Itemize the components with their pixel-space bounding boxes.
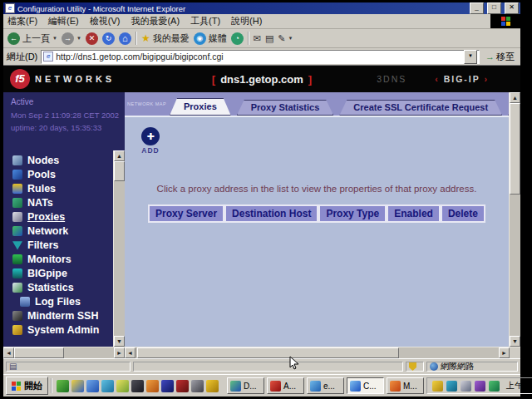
window-button-label: A... — [283, 382, 296, 391]
taskbar-window-button[interactable]: e... — [307, 377, 344, 394]
back-dropdown-icon[interactable]: ▼ — [52, 36, 57, 41]
scroll-thumb[interactable] — [510, 103, 520, 195]
quick-launch-icon[interactable] — [176, 380, 189, 392]
scroll-down-button[interactable]: ▼ — [114, 336, 125, 347]
quick-launch-icon[interactable] — [71, 380, 84, 392]
forward-button[interactable]: → ▼ — [62, 32, 81, 45]
ie-page-icon: e — [5, 3, 15, 13]
sidebar-item-nodes[interactable]: Nodes — [12, 153, 113, 167]
scroll-right-button[interactable]: ► — [114, 347, 125, 358]
sidebar-item-pools[interactable]: Pools — [12, 167, 113, 181]
volume-icon[interactable] — [432, 381, 443, 392]
scroll-down-button[interactable]: ▼ — [510, 336, 520, 347]
sidebar-item-label: Pools — [27, 169, 56, 180]
sidebar-item-nats[interactable]: NATs — [12, 195, 113, 209]
quick-launch-icon[interactable] — [191, 380, 204, 392]
tray-app-icon[interactable] — [489, 381, 500, 392]
sidebar-item-monitors[interactable]: Monitors — [12, 252, 113, 266]
product-bigip-link[interactable]: ‹ BIG-IP › — [435, 74, 489, 84]
scroll-track[interactable] — [114, 161, 125, 336]
maximize-button[interactable]: □ — [487, 2, 501, 14]
sidebar-horizontal-scrollbar[interactable]: ◄ ► — [3, 347, 125, 358]
messenger-icon[interactable] — [446, 381, 457, 392]
network-map-caption: NETWORK MAP — [127, 101, 166, 106]
tab-create-ssl-certificate-request[interactable]: Create SSL Certificate Request — [339, 100, 502, 116]
minimize-button[interactable]: _ — [470, 2, 484, 14]
tray-app-icon[interactable] — [475, 381, 485, 392]
display-icon[interactable] — [461, 381, 471, 392]
sidebar-item-rules[interactable]: Rules — [12, 181, 113, 195]
sidebar-item-network[interactable]: Network — [12, 224, 113, 238]
sidebar-item-mindterm-ssh[interactable]: Mindterm SSH — [12, 308, 113, 323]
content-vertical-scrollbar[interactable]: ▲ ▼ — [509, 92, 520, 347]
quick-launch-icon[interactable] — [161, 380, 174, 392]
back-button[interactable]: ← 上一頁 ▼ — [7, 32, 57, 45]
address-bar: 網址(D) e http://dns1.getop.com/bigipgui/b… — [3, 48, 520, 66]
add-button-label: ADD — [141, 146, 160, 155]
refresh-button[interactable]: ↻ — [102, 32, 115, 45]
address-dropdown-button[interactable]: ▼ — [464, 50, 477, 64]
mail-button[interactable]: ✉ — [254, 33, 261, 44]
sidebar-item-label: Filters — [27, 239, 59, 251]
taskbar-window-button[interactable]: D... — [227, 377, 264, 394]
content-horizontal-scrollbar[interactable]: ◄ ► — [125, 347, 520, 358]
menu-file[interactable]: 檔案(F) — [7, 15, 37, 27]
history-button[interactable]: ◔ — [231, 32, 244, 45]
proxies-page: ✚ ADD Click a proxy address in the list … — [125, 117, 509, 347]
taskbar-window-button[interactable]: M... — [387, 377, 424, 394]
start-button[interactable]: 開始 — [6, 377, 48, 395]
favorites-button[interactable]: ★ 我的最愛 — [141, 32, 190, 45]
go-label: 移至 — [496, 51, 515, 63]
sidebar-item-bigpipe[interactable]: BIGpipe — [12, 266, 113, 280]
home-button[interactable]: ⌂ — [119, 32, 131, 45]
url-text[interactable]: http://dns1.getop.com/bigipgui/bigipconf… — [56, 52, 461, 62]
sidebar-item-statistics[interactable]: Statistics — [12, 280, 113, 294]
menu-favorites[interactable]: 我的最愛(A) — [131, 15, 180, 27]
quick-launch-icon[interactable] — [206, 380, 219, 392]
scroll-thumb[interactable] — [137, 347, 399, 358]
go-button[interactable]: → 移至 — [483, 51, 517, 63]
menu-help[interactable]: 說明(H) — [231, 15, 262, 27]
taskbar-window-button-active[interactable]: C... — [347, 377, 384, 394]
quick-launch-icon[interactable] — [86, 380, 99, 392]
edit-icon: ✎ — [278, 33, 285, 44]
quick-launch-icon[interactable] — [131, 380, 144, 392]
product-3dns-link[interactable]: 3DNS — [377, 74, 406, 84]
quick-launch-icon[interactable] — [116, 380, 129, 392]
scroll-left-button[interactable]: ◄ — [125, 347, 135, 358]
address-input[interactable]: e http://dns1.getop.com/bigipgui/bigipco… — [41, 50, 480, 64]
edit-dropdown-icon[interactable]: ▼ — [288, 36, 293, 41]
scroll-track[interactable] — [135, 347, 499, 358]
scroll-track[interactable] — [14, 347, 114, 358]
scroll-track[interactable] — [510, 103, 520, 336]
media-button[interactable]: ◉ 媒體 — [194, 32, 227, 45]
quick-launch-icon[interactable] — [57, 380, 69, 392]
sidebar-item-proxies[interactable]: Proxies — [12, 209, 113, 224]
scroll-thumb[interactable] — [14, 347, 64, 358]
sidebar-item-filters[interactable]: Filters — [12, 238, 113, 252]
edit-button[interactable]: ✎ ▼ — [278, 33, 293, 44]
quick-launch-icon[interactable] — [101, 380, 114, 392]
sidebar-vertical-scrollbar[interactable]: ▲ ▼ — [113, 150, 125, 347]
menu-tools[interactable]: 工具(T) — [190, 15, 220, 27]
add-proxy-button[interactable]: ✚ ADD — [141, 127, 160, 155]
scroll-up-button[interactable]: ▲ — [510, 92, 520, 103]
stop-button[interactable]: ✕ — [86, 32, 98, 45]
print-button[interactable]: ▤ — [265, 33, 273, 44]
sidebar-item-system-admin[interactable]: System Admin — [12, 323, 113, 337]
network-map-button[interactable]: NETWORK MAP — [127, 94, 164, 116]
menu-edit[interactable]: 編輯(E) — [48, 15, 79, 27]
scroll-thumb[interactable] — [114, 161, 125, 181]
quick-launch-icon[interactable] — [146, 380, 159, 392]
window-title: Configuration Utility - Microsoft Intern… — [17, 4, 466, 13]
taskbar-window-button[interactable]: A... — [267, 377, 304, 394]
tab-proxy-statistics[interactable]: Proxy Statistics — [237, 100, 334, 116]
sidebar-item-log-files[interactable]: Log Files — [12, 294, 113, 308]
forward-dropdown-icon[interactable]: ▼ — [76, 36, 81, 41]
close-button[interactable]: ✕ — [505, 2, 519, 14]
tab-proxies[interactable]: Proxies — [170, 98, 231, 116]
menu-view[interactable]: 檢視(V) — [90, 15, 121, 27]
scroll-left-button[interactable]: ◄ — [3, 347, 14, 358]
scroll-up-button[interactable]: ▲ — [114, 150, 125, 161]
scroll-right-button[interactable]: ► — [499, 347, 510, 358]
